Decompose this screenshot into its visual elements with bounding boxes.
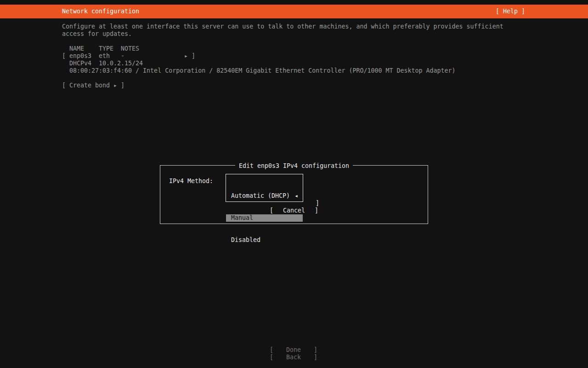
help-right-bracket: ] [521, 8, 525, 15]
ipv4-method-label: IPv4 Method: [169, 178, 213, 185]
help-left-bracket: [ [496, 8, 499, 15]
dropdown-option-label: Disabled [231, 236, 260, 244]
back-button[interactable]: [Back] [270, 354, 317, 361]
nic-row-right-bracket: ] [192, 52, 195, 60]
page-title: Network configuration [62, 8, 139, 15]
dhcp-address: 10.0.2.15/24 [99, 60, 143, 67]
help-button[interactable]: [Help] [496, 8, 525, 15]
dialog-title-row: Edit enp0s3 IPv4 configuration [160, 162, 428, 170]
column-header-name: NAME [69, 45, 84, 52]
column-header-notes: NOTES [121, 45, 139, 52]
done-left-bracket: [ [270, 346, 273, 354]
save-button-fragment[interactable]: ] [316, 200, 319, 207]
nic-name: enp0s3 [69, 52, 91, 60]
dhcp-label: DHCPv4 [69, 60, 91, 67]
back-right-bracket: ] [314, 354, 317, 361]
nic-row-expand-arrow-icon: ▸ [184, 52, 188, 60]
done-label: Done [273, 346, 314, 354]
nic-type: eth [99, 52, 110, 60]
dialog-title: Edit enp0s3 IPv4 configuration [235, 162, 353, 169]
installer-screen: Network configuration [Help] Configure a… [0, 0, 588, 368]
dropdown-option-manual[interactable]: Manual [226, 214, 303, 222]
dropdown-option-label: Automatic (DHCP) [231, 192, 290, 200]
nic-hardware-line: 08:00:27:03:f4:60 / Intel Corporation / … [69, 67, 456, 75]
back-label: Back [273, 354, 314, 361]
nic-row-left-bracket: [ [62, 52, 66, 60]
create-bond-label: Create bond [69, 82, 110, 89]
dropdown-option-disabled[interactable]: Disabled [226, 236, 303, 244]
create-bond-left-bracket: [ [62, 82, 66, 89]
dropdown-selected-arrow-icon: ◂ [294, 192, 298, 200]
nic-notes: - [121, 52, 124, 60]
ipv4-method-dropdown[interactable]: Automatic (DHCP) ◂ Manual Disabled [226, 174, 303, 202]
column-header-type: TYPE [99, 45, 113, 52]
back-left-bracket: [ [270, 354, 273, 361]
dropdown-option-automatic-dhcp[interactable]: Automatic (DHCP) ◂ [226, 192, 303, 200]
done-button[interactable]: [Done] [270, 346, 317, 354]
intro-line-2: access for updates. [62, 30, 132, 38]
done-right-bracket: ] [314, 346, 317, 354]
header-bar: Network configuration [Help] [0, 5, 588, 18]
intro-line-1: Configure at least one interface this se… [62, 23, 503, 30]
help-label: Help [503, 8, 518, 15]
cancel-right-bracket: ] [315, 207, 318, 214]
create-bond-right-bracket: ] [121, 82, 124, 89]
create-bond-arrow-icon: ▸ [113, 82, 117, 89]
